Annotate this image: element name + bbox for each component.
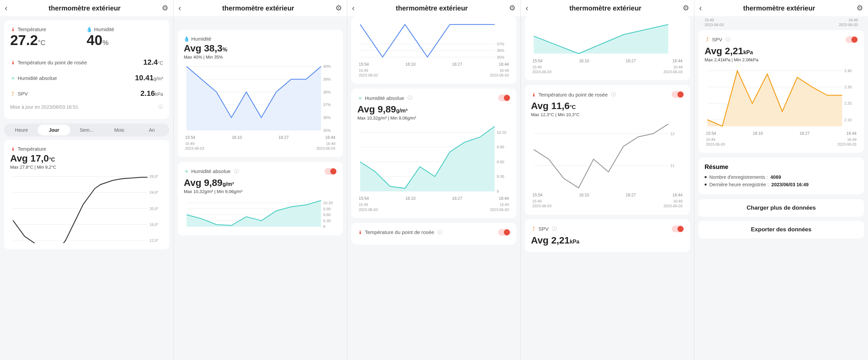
panel-5: ‹ thermomètre extérieur ⚙ 15:492023-06-0… — [694, 0, 868, 360]
load-more-button[interactable]: Charger plus de données — [698, 199, 864, 217]
panel-3: ‹ thermomètre extérieur ⚙ 35%36%37% 15:5… — [347, 0, 521, 360]
tab-mois[interactable]: Mois — [103, 125, 136, 135]
spv-avg-unit: kPa — [743, 49, 753, 55]
temp-value: 27.2 — [10, 32, 38, 48]
abshum-avg: Avg 9,89 — [357, 104, 396, 114]
dp-label: Température du point de rosée — [538, 92, 608, 98]
humidity-chart: 35%36%37%38%39%40% 15:54 16:10 16:27 16:… — [184, 64, 337, 151]
svg-text:24,0°: 24,0° — [150, 190, 158, 194]
abshum-toggle[interactable] — [498, 94, 510, 101]
xtick: 16:10 — [406, 62, 416, 67]
time-range-tabs: Heure Jour Sem... Mois An — [4, 124, 169, 136]
svg-text:20,0°: 20,0° — [150, 207, 158, 211]
svg-text:10.20: 10.20 — [497, 130, 506, 134]
settings-icon[interactable]: ⚙ — [335, 4, 342, 13]
info-icon[interactable]: ⓘ — [437, 229, 442, 235]
back-button[interactable]: ‹ — [178, 3, 181, 13]
abshum-avg: Avg 9,89 — [184, 177, 222, 188]
svg-text:2.20: 2.20 — [844, 101, 852, 105]
date-to-date: 2023-06-03 — [664, 204, 683, 208]
svg-text:2.30: 2.30 — [844, 85, 852, 89]
date-to-time: 16:49 — [664, 199, 683, 204]
hum-maxmin: Max 40% | Min 35% — [184, 55, 337, 60]
svg-text:12: 12 — [670, 132, 675, 136]
date-to-time: 16:49 — [664, 65, 683, 69]
records-label: Nombre d'enregistrements : — [709, 174, 768, 180]
settings-icon[interactable]: ⚙ — [683, 4, 689, 13]
svg-text:36%: 36% — [497, 48, 505, 52]
svg-text:9.90: 9.90 — [497, 145, 504, 149]
abshum-chart-card: ≈Humidité absolueⓘ Avg 9,89g/m³ Max 10,3… — [178, 162, 343, 235]
dewpoint-toggle[interactable] — [498, 229, 510, 236]
dp-label: Température du point de rosée — [365, 229, 434, 235]
export-button[interactable]: Exporter des données — [698, 221, 864, 238]
xtick: 16:44 — [846, 131, 856, 136]
abshum-avg-unit: g/m³ — [396, 108, 408, 113]
panel-4: ‹ thermomètre extérieur ⚙ 99.30 15:54 16… — [521, 0, 694, 360]
abshum-partial-card: 99.30 15:54 16:10 16:27 16:44 15:492023-… — [525, 16, 690, 80]
settings-icon[interactable]: ⚙ — [509, 4, 516, 13]
xtick: 16:44 — [672, 193, 683, 197]
info-icon[interactable]: ⓘ — [234, 168, 239, 174]
svg-text:37%: 37% — [323, 103, 331, 107]
temp-chart-label: Température — [18, 146, 46, 152]
date-to-date: 2023-06-03 — [316, 146, 335, 151]
top-time2: 16:49 — [839, 18, 858, 22]
xtick: 15:54 — [532, 193, 542, 197]
info-icon[interactable]: ⓘ — [552, 226, 557, 232]
abshum-partial-chart: 99.30 15:54 16:10 16:27 16:44 15:492023-… — [531, 22, 684, 74]
back-button[interactable]: ‹ — [5, 3, 7, 13]
tab-sem[interactable]: Sem... — [70, 125, 103, 135]
date-from-date: 2023-06-03 — [532, 69, 551, 74]
info-icon[interactable]: ⓘ — [408, 95, 412, 101]
info-icon[interactable]: ⓘ — [158, 104, 163, 110]
temp-avg-unit: °C — [49, 157, 55, 163]
tab-an[interactable]: An — [136, 125, 168, 135]
settings-icon[interactable]: ⚙ — [162, 4, 169, 13]
dewpoint-toggle[interactable] — [672, 91, 684, 98]
header: ‹ thermomètre extérieur ⚙ — [521, 0, 694, 16]
spv-unit: kPa — [155, 91, 163, 97]
date-from-date: 2023-06-03 — [706, 142, 725, 147]
xtick: 16:27 — [452, 196, 462, 201]
abshum-unit: g/m³ — [154, 76, 163, 81]
settings-icon[interactable]: ⚙ — [856, 4, 863, 13]
date-to-date: 2023-06-03 — [490, 73, 509, 78]
tab-heure[interactable]: Heure — [5, 125, 38, 135]
svg-text:9.30: 9.30 — [323, 218, 331, 223]
back-button[interactable]: ‹ — [699, 3, 702, 13]
info-icon[interactable]: ⓘ — [611, 91, 616, 98]
date-to-time: 16:49 — [837, 137, 856, 142]
spv-toggle[interactable] — [672, 226, 684, 232]
xtick: 16:27 — [452, 62, 462, 67]
spv-label: SPV — [712, 37, 722, 42]
spv-label: SPV — [18, 91, 28, 97]
date-from-time: 15:49 — [532, 65, 551, 69]
abshum-chart-card: ≈Humidité absolueⓘ Avg 9,89g/m³ Max 10,3… — [351, 88, 516, 218]
svg-text:9.60: 9.60 — [323, 213, 331, 217]
back-button[interactable]: ‹ — [526, 3, 528, 13]
svg-text:9: 9 — [323, 225, 325, 229]
svg-text:35%: 35% — [323, 128, 331, 132]
temp-label: Température — [18, 26, 46, 32]
back-button[interactable]: ‹ — [352, 3, 355, 13]
xtick: 16:27 — [626, 59, 636, 63]
svg-text:2.10: 2.10 — [844, 118, 852, 122]
spv-chart-card: ⤴SPVⓘ Avg 2,21kPa Max 2,41kPa | Min 2,06… — [698, 30, 864, 153]
page-title: thermomètre extérieur — [528, 4, 683, 12]
spv-toggle[interactable] — [846, 36, 858, 43]
header: ‹ thermomètre extérieur ⚙ — [174, 0, 347, 16]
abshum-label: Humidité absolue — [191, 168, 231, 174]
abshum-icon: ≈ — [357, 95, 363, 101]
abshum-toggle[interactable] — [324, 168, 337, 175]
dewpoint-label: Température du point de rosée — [18, 60, 87, 65]
xtick: 16:44 — [499, 196, 509, 201]
info-icon[interactable]: ⓘ — [726, 37, 730, 43]
tab-jour[interactable]: Jour — [38, 125, 70, 135]
date-from-time: 15:49 — [185, 141, 204, 146]
svg-text:12,0°: 12,0° — [150, 238, 158, 242]
abshum-icon: ≈ — [10, 75, 16, 81]
spv-avg-unit: kPa — [570, 239, 579, 245]
svg-text:39%: 39% — [323, 77, 331, 81]
resume-title: Résume — [705, 164, 858, 171]
